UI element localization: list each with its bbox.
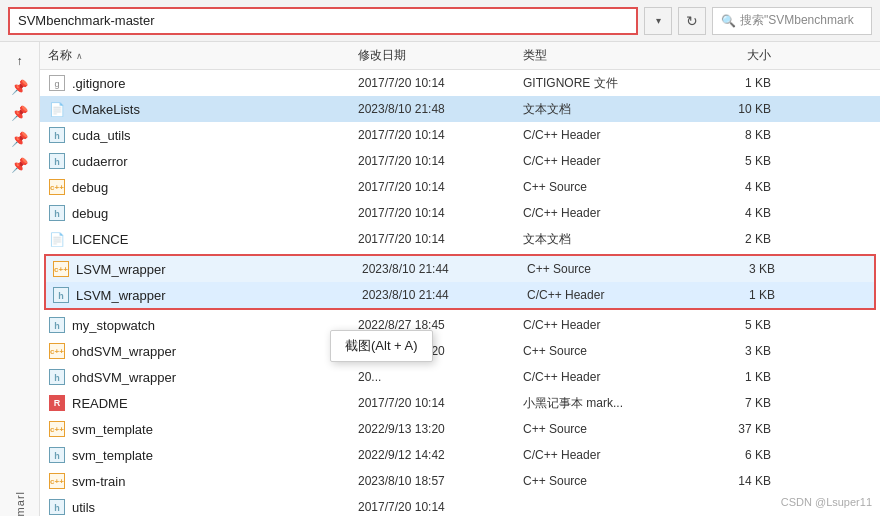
file-icon: h (48, 368, 66, 386)
table-row[interactable]: c++ ohdSVM_wrapper 2022/9/13 13:20 C++ S… (40, 338, 880, 364)
file-icon: g (48, 74, 66, 92)
file-icon: h (48, 446, 66, 464)
file-type: C++ Source (527, 262, 707, 276)
address-dropdown-button[interactable]: ▾ (644, 7, 672, 35)
file-size: 3 KB (703, 344, 783, 358)
file-name: LICENCE (72, 232, 358, 247)
table-row[interactable]: h utils 2017/7/20 10:14 (40, 494, 880, 516)
search-icon: 🔍 (721, 14, 736, 28)
file-type: C++ Source (523, 422, 703, 436)
file-name: README (72, 396, 358, 411)
file-icon: h (48, 126, 66, 144)
file-size: 1 KB (707, 288, 787, 302)
table-row[interactable]: c++ svm_template 2022/9/13 13:20 C++ Sou… (40, 416, 880, 442)
file-date: 2022/9/12 14:42 (358, 448, 523, 462)
file-date: 2017/7/20 10:14 (358, 500, 523, 514)
file-type: 文本文档 (523, 231, 703, 248)
table-row[interactable]: h debug 2017/7/20 10:14 C/C++ Header 4 K… (40, 200, 880, 226)
file-date: 2017/7/20 10:14 (358, 232, 523, 246)
refresh-button[interactable]: ↻ (678, 7, 706, 35)
file-icon: h (48, 498, 66, 516)
table-row[interactable]: 📄 CMakeLists 2023/8/10 21:48 文本文档 10 KB (40, 96, 880, 122)
table-row[interactable]: h cudaerror 2017/7/20 10:14 C/C++ Header… (40, 148, 880, 174)
table-row[interactable]: R README 2017/7/20 10:14 小黑记事本 mark... 7… (40, 390, 880, 416)
file-type: C++ Source (523, 344, 703, 358)
top-bar: SVMbenchmark-master ▾ ↻ 🔍 搜索"SVMbenchmar… (0, 0, 880, 42)
file-name: ohdSVM_wrapper (72, 370, 358, 385)
main-layout: ↑ 📌 📌 📌 📌 marl 名称 ∧ 修改日期 类型 大小 g .gitign… (0, 42, 880, 516)
file-type: C/C++ Header (523, 318, 703, 332)
col-header-type[interactable]: 类型 (523, 47, 703, 64)
file-date: 2023/8/10 21:48 (358, 102, 523, 116)
file-icon: h (48, 152, 66, 170)
file-type: C/C++ Header (523, 448, 703, 462)
file-date: 2023/8/10 21:44 (362, 262, 527, 276)
file-date: 2017/7/20 10:14 (358, 154, 523, 168)
file-size: 1 KB (703, 370, 783, 384)
table-row[interactable]: c++ debug 2017/7/20 10:14 C++ Source 4 K… (40, 174, 880, 200)
file-name: CMakeLists (72, 102, 358, 117)
col-header-size[interactable]: 大小 (703, 47, 783, 64)
file-size: 37 KB (703, 422, 783, 436)
sidebar: ↑ 📌 📌 📌 📌 marl (0, 42, 40, 516)
file-icon: c++ (48, 178, 66, 196)
sidebar-pin-4[interactable]: 📌 (9, 154, 31, 176)
tooltip: 截图(Alt + A) (330, 330, 433, 362)
file-icon: h (48, 316, 66, 334)
search-placeholder: 搜索"SVMbenchmark (740, 12, 854, 29)
file-type: C/C++ Header (523, 206, 703, 220)
sidebar-pin-1[interactable]: 📌 (9, 76, 31, 98)
file-type: C++ Source (523, 180, 703, 194)
file-date: 2023/8/10 21:44 (362, 288, 527, 302)
table-row[interactable]: c++ LSVM_wrapper 2023/8/10 21:44 C++ Sou… (46, 256, 874, 282)
file-icon: R (48, 394, 66, 412)
file-size: 6 KB (703, 448, 783, 462)
table-row[interactable]: h ohdSVM_wrapper 20... C/C++ Header 1 KB (40, 364, 880, 390)
table-row[interactable]: h LSVM_wrapper 2023/8/10 21:44 C/C++ Hea… (46, 282, 874, 308)
file-name: .gitignore (72, 76, 358, 91)
file-area[interactable]: 名称 ∧ 修改日期 类型 大小 g .gitignore 2017/7/20 1… (40, 42, 880, 516)
col-header-name[interactable]: 名称 ∧ (48, 47, 358, 64)
refresh-icon: ↻ (686, 13, 698, 29)
file-icon: c++ (48, 420, 66, 438)
file-date: 2022/9/13 13:20 (358, 422, 523, 436)
file-size: 5 KB (703, 154, 783, 168)
file-icon: 📄 (48, 230, 66, 248)
file-type: GITIGNORE 文件 (523, 75, 703, 92)
file-date: 2017/7/20 10:14 (358, 396, 523, 410)
col-header-date[interactable]: 修改日期 (358, 47, 523, 64)
address-box[interactable]: SVMbenchmark-master (8, 7, 638, 35)
search-box[interactable]: 🔍 搜索"SVMbenchmark (712, 7, 872, 35)
file-type: 小黑记事本 mark... (523, 395, 703, 412)
file-date: 2023/8/10 18:57 (358, 474, 523, 488)
file-size: 4 KB (703, 206, 783, 220)
table-row[interactable]: c++ svm-train 2023/8/10 18:57 C++ Source… (40, 468, 880, 494)
sidebar-pin-3[interactable]: 📌 (9, 128, 31, 150)
table-row[interactable]: h my_stopwatch 2022/8/27 18:45 C/C++ Hea… (40, 312, 880, 338)
table-row[interactable]: h cuda_utils 2017/7/20 10:14 C/C++ Heade… (40, 122, 880, 148)
file-name: LSVM_wrapper (76, 262, 362, 277)
sidebar-pin-2[interactable]: 📌 (9, 102, 31, 124)
file-size: 1 KB (703, 76, 783, 90)
file-size: 3 KB (707, 262, 787, 276)
file-date: 2017/7/20 10:14 (358, 180, 523, 194)
file-size: 5 KB (703, 318, 783, 332)
file-list: g .gitignore 2017/7/20 10:14 GITIGNORE 文… (40, 70, 880, 516)
sidebar-label: marl (14, 471, 26, 516)
file-size: 7 KB (703, 396, 783, 410)
sort-arrow: ∧ (76, 51, 83, 61)
table-row[interactable]: 📄 LICENCE 2017/7/20 10:14 文本文档 2 KB (40, 226, 880, 252)
file-name: debug (72, 180, 358, 195)
file-type: 文本文档 (523, 101, 703, 118)
file-date: 2017/7/20 10:14 (358, 76, 523, 90)
table-row[interactable]: h svm_template 2022/9/12 14:42 C/C++ Hea… (40, 442, 880, 468)
file-name: cudaerror (72, 154, 358, 169)
table-row[interactable]: g .gitignore 2017/7/20 10:14 GITIGNORE 文… (40, 70, 880, 96)
file-name: utils (72, 500, 358, 515)
sidebar-up-arrow[interactable]: ↑ (9, 50, 31, 72)
file-date: 2017/7/20 10:14 (358, 206, 523, 220)
file-icon: h (48, 204, 66, 222)
file-name: svm_template (72, 422, 358, 437)
file-icon: h (52, 286, 70, 304)
file-name: my_stopwatch (72, 318, 358, 333)
